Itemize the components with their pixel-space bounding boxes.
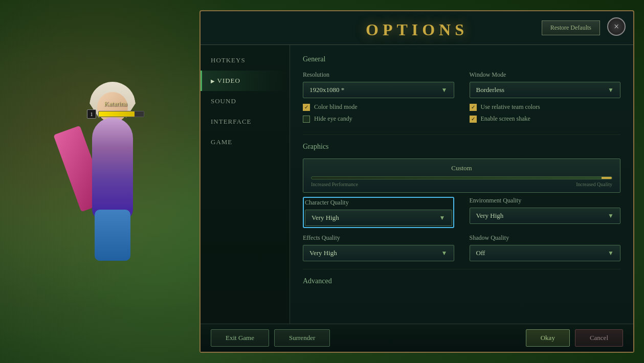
options-modal: OPTIONS Restore Defaults × HOTKEYS VIDEO… <box>199 10 634 353</box>
sidebar-item-game[interactable]: GAME <box>201 132 290 152</box>
quality-preset-container: Custom Increased Performance Increased Q… <box>303 158 620 193</box>
modal-body: HOTKEYS VIDEO SOUND INTERFACE GAME Gener… <box>201 45 633 345</box>
window-mode-dropdown-arrow: ▼ <box>608 86 614 94</box>
shadow-quality-section: Shadow Quality Off ▼ <box>470 234 621 261</box>
exit-game-button[interactable]: Exit Game <box>211 329 269 347</box>
resolution-column: Resolution 1920x1080 * ▼ Color blind mod… <box>303 71 454 127</box>
increased-performance-label: Increased Performance <box>311 182 358 187</box>
relative-team-colors-checkbox[interactable] <box>470 104 477 111</box>
character-quality-value: Very High <box>312 214 339 222</box>
sidebar: HOTKEYS VIDEO SOUND INTERFACE GAME <box>201 45 290 345</box>
resolution-value: 1920x1080 * <box>309 86 344 94</box>
health-bar-area: Katarina 1 <box>87 100 144 119</box>
advanced-section-title: Advanced <box>303 277 620 285</box>
character-area: Katarina 1 <box>0 0 202 363</box>
environment-quality-dropdown[interactable]: Very High ▼ <box>470 208 621 224</box>
modal-footer: Exit Game Surrender Okay Cancel <box>201 324 633 352</box>
char-quality-arrow: ▼ <box>439 214 446 222</box>
sidebar-item-video[interactable]: VIDEO <box>201 71 290 91</box>
sidebar-item-interface[interactable]: INTERFACE <box>201 111 290 132</box>
character-name: Katarina <box>87 100 144 108</box>
effects-quality-value: Very High <box>309 249 337 257</box>
footer-left-buttons: Exit Game Surrender <box>211 329 330 347</box>
color-blind-row: Color blind mode <box>303 103 454 111</box>
general-section-title: General <box>303 55 620 63</box>
close-button[interactable]: × <box>607 17 626 36</box>
effects-quality-section: Effects Quality Very High ▼ <box>303 234 454 261</box>
window-mode-label: Window Mode <box>470 71 621 79</box>
custom-preset-label: Custom <box>311 164 612 172</box>
screen-shake-label: Enable screen shake <box>481 115 530 123</box>
divider-2 <box>303 269 620 269</box>
shadow-quality-arrow: ▼ <box>608 249 614 257</box>
increased-quality-label: Increased Quality <box>576 182 612 187</box>
shadow-quality-label: Shadow Quality <box>470 234 621 242</box>
right-checkboxes: Use relative team colors Enable screen s… <box>470 103 621 123</box>
quality-labels: Increased Performance Increased Quality <box>311 182 612 187</box>
resolution-dropdown-arrow: ▼ <box>441 86 448 94</box>
graphics-section-title: Graphics <box>303 143 620 151</box>
effects-quality-dropdown[interactable]: Very High ▼ <box>303 245 454 261</box>
cancel-button[interactable]: Cancel <box>575 329 623 347</box>
sidebar-item-hotkeys[interactable]: HOTKEYS <box>201 50 290 71</box>
window-mode-value: Borderless <box>476 86 505 94</box>
health-bar <box>98 111 144 117</box>
shadow-quality-dropdown[interactable]: Off ▼ <box>470 245 621 261</box>
quality-slider-track[interactable] <box>311 176 612 179</box>
relative-team-colors-row: Use relative team colors <box>470 103 621 111</box>
char-body <box>92 118 133 220</box>
window-mode-dropdown[interactable]: Borderless ▼ <box>470 82 621 98</box>
char-legs <box>95 210 130 261</box>
window-mode-column: Window Mode Borderless ▼ Use relative te… <box>470 71 621 127</box>
hide-eye-candy-label: Hide eye candy <box>314 115 352 123</box>
quality-slider-fill <box>602 177 612 179</box>
restore-defaults-button[interactable]: Restore Defaults <box>542 20 600 35</box>
effects-quality-label: Effects Quality <box>303 234 454 242</box>
health-fill <box>99 111 135 117</box>
color-blind-label: Color blind mode <box>314 103 358 111</box>
color-blind-checkbox[interactable] <box>303 104 310 111</box>
left-checkboxes: Color blind mode Hide eye candy <box>303 103 454 123</box>
surrender-button[interactable]: Surrender <box>274 329 330 347</box>
character-quality-section: Character Quality Very High ▼ <box>303 197 454 228</box>
level-badge: 1 <box>87 109 96 119</box>
hide-eye-candy-checkbox[interactable] <box>303 116 310 123</box>
resolution-dropdown[interactable]: 1920x1080 * ▼ <box>303 82 454 98</box>
character-quality-label: Character Quality <box>305 199 452 207</box>
sidebar-item-sound[interactable]: SOUND <box>201 91 290 111</box>
quality-slider-row <box>311 176 612 179</box>
screen-shake-row: Enable screen shake <box>470 115 621 123</box>
environment-quality-section: Environment Quality Very High ▼ <box>470 197 621 228</box>
effects-quality-arrow: ▼ <box>441 249 448 257</box>
relative-team-colors-label: Use relative team colors <box>481 103 540 111</box>
modal-header: OPTIONS Restore Defaults × <box>201 11 633 45</box>
content-area: General Resolution 1920x1080 * ▼ Color b… <box>290 45 633 345</box>
okay-button[interactable]: Okay <box>526 329 570 347</box>
health-bar-container: 1 <box>87 109 144 119</box>
general-settings: Resolution 1920x1080 * ▼ Color blind mod… <box>303 71 620 127</box>
resolution-label: Resolution <box>303 71 454 79</box>
environment-quality-label: Environment Quality <box>470 197 621 205</box>
shadow-quality-value: Off <box>476 249 485 257</box>
footer-right-buttons: Okay Cancel <box>526 329 623 347</box>
environment-quality-value: Very High <box>476 212 504 220</box>
divider-1 <box>303 134 620 135</box>
env-quality-arrow: ▼ <box>608 212 614 220</box>
quality-settings-grid: Character Quality Very High ▼ Environmen… <box>303 197 620 261</box>
character-quality-dropdown[interactable]: Very High ▼ <box>305 210 452 226</box>
screen-shake-checkbox[interactable] <box>470 116 477 123</box>
hide-eye-candy-row: Hide eye candy <box>303 115 454 123</box>
